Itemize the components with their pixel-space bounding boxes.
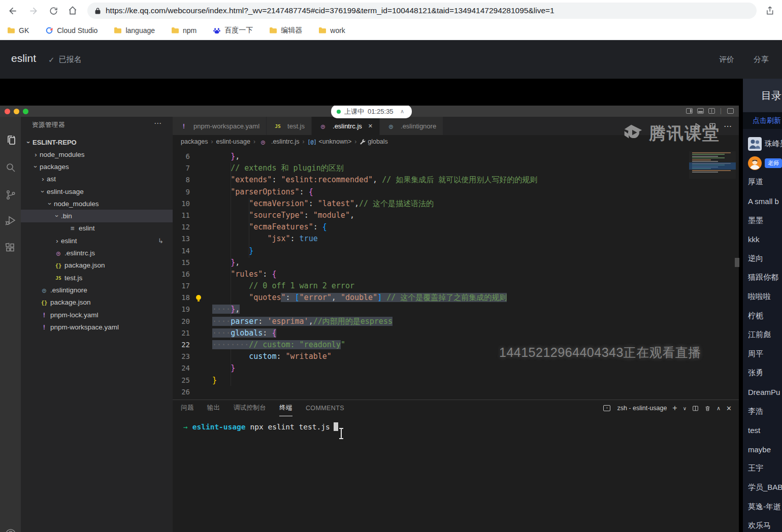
gear-steel-icon: ◎ bbox=[386, 122, 396, 130]
explorer-icon[interactable] bbox=[0, 129, 21, 151]
tree-item-pnpm-workspace-yaml[interactable]: !pnpm-workspace.yaml bbox=[21, 321, 173, 333]
code-token: } bbox=[249, 246, 253, 255]
chevron-down-icon: › bbox=[46, 200, 54, 208]
bookmark-gk[interactable]: GK bbox=[7, 26, 29, 35]
panel-tab-item[interactable]: 调试控制台 bbox=[234, 400, 267, 416]
code-token: , bbox=[332, 293, 341, 302]
back-icon[interactable] bbox=[6, 4, 19, 17]
bookmark-item[interactable]: 编辑器 bbox=[269, 26, 302, 35]
explorer-more-icon[interactable]: ⋯ bbox=[154, 119, 161, 128]
lightbulb-icon[interactable] bbox=[196, 295, 201, 300]
tree-item-node-modules[interactable]: ›node_modules bbox=[21, 197, 173, 210]
minimize-window-icon[interactable] bbox=[14, 109, 19, 114]
collapse-pill-icon[interactable]: ∧ bbox=[399, 108, 406, 115]
tab-eslintrc-js[interactable]: ◎.eslintrc.js✕ bbox=[312, 117, 380, 135]
new-terminal-icon[interactable]: + bbox=[672, 404, 677, 413]
tree-item-eslint[interactable]: ›eslint↳ bbox=[21, 235, 173, 247]
editor-more-icon[interactable]: ⋯ bbox=[724, 121, 732, 131]
symlink-icon: ↳ bbox=[158, 237, 164, 245]
tree-item-bin[interactable]: ›.bin bbox=[21, 210, 173, 222]
tree-item-eslintrc-js[interactable]: ◎.eslintrc.js bbox=[21, 247, 173, 259]
tab-test-js[interactable]: JStest.js bbox=[267, 117, 312, 135]
terminal-dropdown-icon[interactable]: ∨ bbox=[683, 406, 687, 411]
reload-icon[interactable] bbox=[47, 4, 60, 17]
source-control-icon[interactable] bbox=[0, 184, 21, 206]
chevron-down-icon: › bbox=[32, 163, 40, 171]
toggle-sidebar-icon[interactable] bbox=[686, 108, 693, 114]
bookmark-work[interactable]: work bbox=[318, 26, 345, 35]
tab-pnpm-workspace-yaml[interactable]: !pnpm-workspace.yaml bbox=[173, 117, 267, 135]
panel-tab-item[interactable]: 终端 bbox=[279, 400, 292, 416]
code-line-16: 16 "rules": { bbox=[173, 269, 739, 280]
code-token: , bbox=[235, 258, 240, 267]
breadcrumb-globals[interactable]: globals bbox=[360, 138, 388, 145]
bookmark-item[interactable]: 百度一下 bbox=[213, 26, 253, 35]
code-line-13: 13 "jsx": true bbox=[173, 233, 739, 245]
home-icon[interactable] bbox=[66, 4, 79, 17]
breadcrumb-unknown[interactable]: [@]<unknown> bbox=[308, 138, 352, 145]
tree-item-eslint-usage[interactable]: ›eslint-usage bbox=[21, 185, 173, 197]
share-page-icon[interactable] bbox=[763, 4, 776, 17]
split-terminal-icon[interactable] bbox=[692, 405, 699, 412]
tree-item-test-js[interactable]: JStest.js bbox=[21, 272, 173, 284]
close-tab-icon[interactable]: ✕ bbox=[368, 123, 373, 129]
tree-item-node-modules[interactable]: ›node_modules bbox=[21, 148, 173, 160]
code-editor[interactable]: 6 },7 // extends 和 plugin的区别8 "extends":… bbox=[173, 148, 739, 400]
minimap[interactable] bbox=[689, 151, 736, 179]
teacher-avatar bbox=[748, 156, 762, 170]
toggle-panel-icon[interactable] bbox=[697, 108, 704, 114]
tree-item-package-json[interactable]: {}package.json bbox=[21, 296, 173, 309]
bookmark-cloud-studio[interactable]: Cloud Studio bbox=[45, 26, 97, 35]
breadcrumb-eslint-usage[interactable]: eslint-usage bbox=[216, 138, 250, 145]
code-line-20: 20····parser: 'esprima',//内部用的是espress bbox=[173, 316, 739, 327]
search-icon[interactable] bbox=[0, 156, 21, 179]
tree-item-packages[interactable]: ›packages bbox=[21, 160, 173, 173]
run-debug-icon[interactable] bbox=[0, 209, 21, 231]
code-line-11: 11 "sourceType": "module", bbox=[173, 210, 739, 221]
secondary-sidebar-icon[interactable] bbox=[727, 108, 734, 114]
breadcrumb-eslintrc-js[interactable]: ◎.eslintrc.js bbox=[258, 138, 300, 146]
account-icon[interactable] bbox=[0, 523, 21, 532]
tab-eslintignore[interactable]: ◎.eslintignore bbox=[380, 117, 443, 135]
refresh-link[interactable]: 点击刷新 bbox=[743, 112, 782, 129]
panel-tab-item[interactable]: 输出 bbox=[207, 400, 220, 416]
maximize-panel-icon[interactable]: ∧ bbox=[716, 405, 721, 412]
close-panel-icon[interactable]: ✕ bbox=[726, 405, 732, 412]
zoom-window-icon[interactable] bbox=[23, 109, 28, 114]
bookmark-label: GK bbox=[19, 26, 29, 35]
code-token: parser bbox=[231, 317, 258, 326]
tree-item-eslint[interactable]: ≡eslint bbox=[21, 222, 173, 235]
tree-item-package-json[interactable]: {}package.json bbox=[21, 259, 173, 272]
member-name: 周平 bbox=[748, 349, 763, 359]
minimap-line bbox=[692, 157, 725, 158]
terminal-shell-icon[interactable]: › bbox=[603, 405, 610, 411]
code-line-15: 15 }, bbox=[173, 257, 739, 269]
code-token: 'esprima' bbox=[267, 317, 308, 326]
rate-button[interactable]: 评价 bbox=[719, 55, 734, 64]
close-window-icon[interactable] bbox=[5, 109, 10, 114]
tree-item-ast[interactable]: ›ast bbox=[21, 173, 173, 185]
bookmark-label: work bbox=[330, 26, 345, 35]
code-line-9: 9 "parserOptions": { bbox=[173, 186, 739, 198]
bookmark-npm[interactable]: npm bbox=[171, 26, 197, 35]
code-token: ] bbox=[377, 293, 382, 302]
customize-layout-icon[interactable] bbox=[708, 108, 715, 114]
breadcrumb-packages[interactable]: packages bbox=[181, 138, 208, 145]
class-status-pill[interactable]: 上课中 01:25:35 ∧ bbox=[331, 105, 412, 118]
forward-icon[interactable] bbox=[26, 4, 40, 17]
bookmark-language[interactable]: language bbox=[114, 26, 155, 35]
scrollbar-thumb[interactable] bbox=[735, 258, 739, 267]
url-bar[interactable]: https://ke.qq.com/webcourse/index.html?_… bbox=[87, 3, 757, 19]
panel-tab-comments[interactable]: COMMENTS bbox=[306, 400, 344, 416]
kill-terminal-icon[interactable] bbox=[704, 405, 711, 412]
code-token: "rules" bbox=[231, 270, 263, 279]
tree-item-eslintignore[interactable]: ◎.eslintignore bbox=[21, 284, 173, 296]
extensions-icon[interactable] bbox=[0, 237, 21, 259]
share-button[interactable]: 分享 bbox=[754, 55, 769, 64]
line-number: 12 bbox=[173, 221, 190, 233]
tree-root[interactable]: › ESLINT-REPO bbox=[21, 136, 173, 148]
tree-item-pnpm-lock-yaml[interactable]: !pnpm-lock.yaml bbox=[21, 309, 173, 321]
panel-tab-item[interactable]: 问题 bbox=[181, 400, 194, 416]
code-line-6: 6 }, bbox=[173, 151, 739, 162]
terminal[interactable]: → eslint-usage npx eslint test.js bbox=[183, 422, 338, 431]
